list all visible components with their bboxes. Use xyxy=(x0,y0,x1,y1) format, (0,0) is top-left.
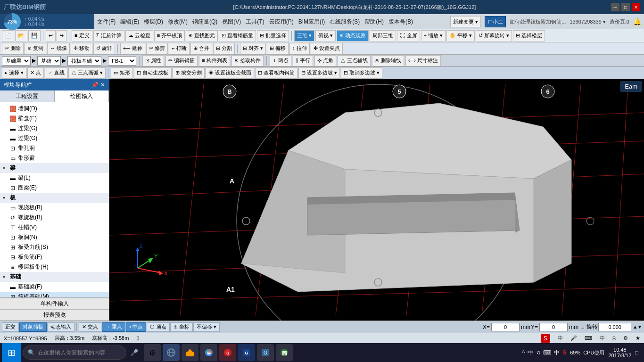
tree-item-floor-strip[interactable]: ≡ 楼层板带(H) xyxy=(0,262,109,272)
start-button[interactable]: ⊞ xyxy=(2,343,21,362)
redo-btn[interactable]: ↪ xyxy=(57,30,66,41)
x-input[interactable] xyxy=(491,323,520,331)
pan-btn[interactable]: ✋ 平移 ▾ xyxy=(446,30,475,41)
coord-btn[interactable]: ⊕ 坐标 xyxy=(170,322,193,332)
taskbar-app-glodon[interactable]: G xyxy=(238,344,255,361)
level-select[interactable]: 基础层 xyxy=(2,56,31,66)
point-angle-btn[interactable]: ⊹ 点角 xyxy=(314,55,336,66)
auto-gen-slab-btn[interactable]: ⊡ 自动生成板 xyxy=(134,67,171,79)
menu-bim[interactable]: BIM应用(I) xyxy=(298,18,325,26)
stretch-btn[interactable]: ↕ 拉伸 xyxy=(289,43,310,54)
local-3d-btn[interactable]: 局部三维 xyxy=(370,30,396,41)
tree-item-slab-neg-rebar[interactable]: ⊟ 板负筋(F) xyxy=(0,252,109,262)
taskbar-app-chrome[interactable] xyxy=(200,344,217,361)
minimize-btn[interactable]: ─ xyxy=(611,3,619,11)
break-btn[interactable]: ⌐ 打断 xyxy=(169,43,189,54)
view-rebar-btn[interactable]: ⊡ 查看钢筋量 xyxy=(219,30,256,41)
tree-category-beam[interactable]: ▼ 梁 xyxy=(0,163,109,173)
close-btn[interactable]: ✕ xyxy=(632,3,640,11)
tree-item-coupling-beam[interactable]: ▬ 连梁(G) xyxy=(0,123,109,133)
pick-component-btn[interactable]: ⊕ 拾取构件 xyxy=(231,55,264,66)
tree-item-beam[interactable]: ▬ 梁(L) xyxy=(0,173,109,183)
parallel-btn[interactable]: ∥ 平行 xyxy=(293,55,313,66)
show-hidden-btn[interactable]: ^ xyxy=(522,349,525,356)
menu-edit[interactable]: 编辑(E) xyxy=(120,18,139,26)
arc-tool-btn[interactable]: △ 三点画弧 ▾ xyxy=(68,67,106,79)
tree-item-niche[interactable]: 🧱 壁龛(E) xyxy=(0,114,109,123)
trim-btn[interactable]: ✂ 修剪 xyxy=(146,43,168,54)
menu-modify[interactable]: 修改(M) xyxy=(168,18,188,26)
tray-music[interactable]: ♫ xyxy=(536,349,540,356)
id-select[interactable]: FB-1 xyxy=(108,56,136,66)
base-select[interactable]: 基础 xyxy=(37,56,61,66)
select-floor-btn[interactable]: ⊟ 选择楼层 xyxy=(513,30,545,41)
menu-version[interactable]: 版本号(B) xyxy=(388,18,413,26)
tray-keyboard2[interactable]: ⌨ xyxy=(543,349,551,356)
ortho-btn[interactable]: 正交 xyxy=(2,322,19,332)
taskbar-app-extra2[interactable]: 📊 xyxy=(276,344,293,361)
two-point-btn[interactable]: ⊥ 两点 xyxy=(270,55,291,66)
offset-btn[interactable]: ⊞ 偏移 xyxy=(267,43,289,54)
tree-category-foundation[interactable]: ▼ 基础 xyxy=(0,272,109,282)
tab-project-settings[interactable]: 工程设置 xyxy=(0,90,55,102)
copy-btn[interactable]: ⊕ 复制 xyxy=(25,43,46,54)
screen-rotate-btn[interactable]: ↺ 屏幕旋转 ▾ xyxy=(476,30,512,41)
levelboard-btn[interactable]: ≡ 齐平板顶 xyxy=(154,30,185,41)
vertex-btn[interactable]: ⬡ 顶点 xyxy=(147,322,170,332)
floorplan-btn[interactable]: 俯视 ▾ xyxy=(315,30,336,41)
tree-item-spiral-slab[interactable]: ↺ 螺旋板(B) xyxy=(0,213,109,222)
single-component-input-btn[interactable]: 单构件输入 xyxy=(0,298,109,309)
rotate-stepper[interactable]: ▲▼ xyxy=(633,324,642,329)
cloud-check-btn[interactable]: ☁ 云检查 xyxy=(125,30,153,41)
tree-item-slab-tension-rebar[interactable]: ⊞ 板受力筋(S) xyxy=(0,242,109,252)
tree-item-slab-hole[interactable]: ⊡ 板洞(N) xyxy=(0,232,109,242)
set-grip-btn[interactable]: ✤ 设置夹点 xyxy=(311,43,343,54)
tree-item-with-hole[interactable]: ⊡ 带孔洞 xyxy=(0,143,109,153)
merge-btn[interactable]: ⊞ 合并 xyxy=(190,43,212,54)
taskbar-app-settings[interactable]: ⚙ xyxy=(144,344,161,361)
report-preview-btn[interactable]: 报表预览 xyxy=(0,309,109,321)
taskbar-app-store[interactable] xyxy=(182,344,198,361)
set-raft-section-btn[interactable]: ◈ 设置筏板变截面 xyxy=(206,67,254,79)
tree-item-ring-beam[interactable]: ⊡ 圈梁(E) xyxy=(0,183,109,193)
guangxiao-btn[interactable]: 广小二 xyxy=(485,16,506,27)
rotate-btn[interactable]: ↺ 旋转 xyxy=(93,43,115,54)
set-multi-slope-btn[interactable]: ⊟ 设置多边坡 ▾ xyxy=(298,67,340,79)
find-ele-btn[interactable]: ⊕ 查找图元 xyxy=(186,30,218,41)
menu-file[interactable]: 文件(F) xyxy=(97,18,116,26)
dimension-btn[interactable]: ⟺ 尺寸标注 xyxy=(405,55,441,66)
mirror-btn[interactable]: ↔ 镜像 xyxy=(47,43,70,54)
fullscreen-btn[interactable]: ⛶ 全屏 xyxy=(397,30,420,41)
undo-btn[interactable]: ↩ xyxy=(46,30,56,41)
viewport[interactable]: B 5 6 7 A A1 Z xyxy=(109,79,644,321)
notification-icon[interactable]: 🔔 xyxy=(633,18,641,25)
line-tool-btn[interactable]: ⟋ 直线 xyxy=(45,67,67,79)
tree-item-foundation-beam[interactable]: ▬ 基础梁(F) xyxy=(0,282,109,292)
three-point-aux-btn[interactable]: △ 三点辅线 xyxy=(338,55,371,66)
im-mic[interactable]: 🎤 xyxy=(570,335,577,341)
tree-item-strip-window[interactable]: ▭ 带形窗 xyxy=(0,153,109,163)
midpoint-btn[interactable]: • 中点 xyxy=(126,322,146,332)
dynamic-view-btn[interactable]: ⊕ 动态观察 xyxy=(337,30,369,41)
3d-btn[interactable]: 三维 ▾ xyxy=(294,30,314,41)
intersection-btn[interactable]: ✕ 交点 xyxy=(79,322,101,332)
action-center-btn[interactable]: □ xyxy=(635,350,638,355)
split-btn[interactable]: ⊟ 分割 xyxy=(213,43,235,54)
menu-cloud[interactable]: 云应用(P) xyxy=(269,18,294,26)
no-offset-btn[interactable]: 不偏移 ▾ xyxy=(193,322,220,332)
move-btn[interactable]: ✛ 移动 xyxy=(71,43,92,54)
new-btn[interactable]: 📄 xyxy=(2,30,14,41)
split-by-intersect-btn[interactable]: ⊞ 按交分割 xyxy=(173,67,205,79)
y-input[interactable] xyxy=(539,323,568,331)
dynamic-input-btn[interactable]: 动态输入 xyxy=(47,322,74,332)
tree-item-lintel[interactable]: ▬ 过梁(G) xyxy=(0,133,109,143)
tree-category-slab[interactable]: ▼ 板 xyxy=(0,193,109,203)
menu-help[interactable]: 帮助(H) xyxy=(364,18,384,26)
taskbar-app-browser1[interactable] xyxy=(163,344,180,361)
align-btn[interactable]: ⊟ 对齐 ▾ xyxy=(240,43,266,54)
delete-btn[interactable]: ✂ 删除 xyxy=(2,43,24,54)
clock[interactable]: 10:48 2017/8/12 xyxy=(608,347,631,358)
menu-tools[interactable]: 工具(T) xyxy=(246,18,264,26)
endpoint-btn[interactable]: → 重点 xyxy=(102,322,125,332)
tree-item-raft-foundation[interactable]: ⊞ 筏板基础(M) xyxy=(0,292,109,297)
